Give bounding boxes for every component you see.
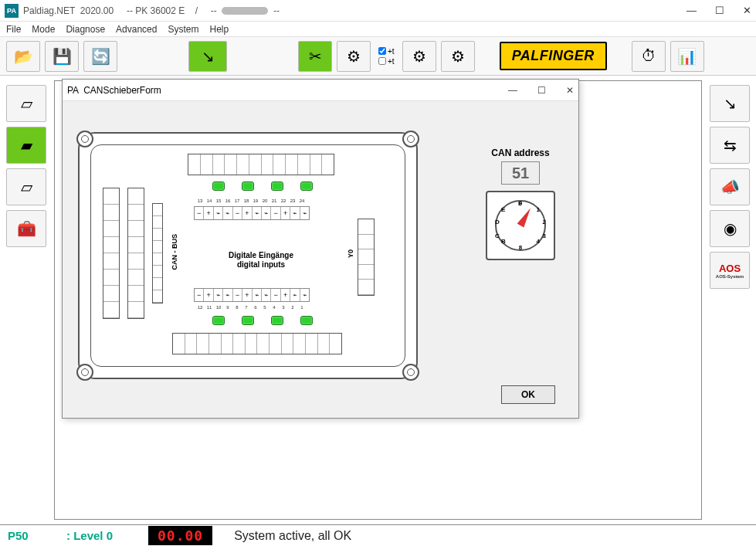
config2-button[interactable]: ⚙: [441, 41, 475, 72]
rotary-mark: 1: [537, 206, 540, 213]
menu-mode[interactable]: Mode: [32, 24, 55, 35]
left-connector-inner: [127, 188, 144, 319]
chk2-label: +t: [388, 57, 395, 66]
gear-pair-button[interactable]: ⚙: [337, 41, 371, 72]
y0-label: Y0: [347, 249, 354, 258]
ok-button[interactable]: OK: [501, 385, 555, 404]
chart-button[interactable]: 📊: [670, 41, 704, 72]
screw-hole-icon: [402, 131, 419, 148]
config2-icon: ⚙: [451, 47, 465, 66]
app-icon: PA: [5, 4, 19, 18]
title-sep4: --: [273, 5, 280, 16]
save-button[interactable]: 💾: [45, 41, 79, 72]
grabber-button[interactable]: ✂: [298, 41, 332, 72]
minimize-button[interactable]: —: [687, 5, 697, 16]
menu-diagnose[interactable]: Diagnose: [66, 24, 105, 35]
module-green-icon: ▰: [21, 136, 32, 154]
left-toolbar: ▱ ▰ ▱ 🧰: [3, 85, 49, 247]
menu-help[interactable]: Help: [209, 24, 229, 35]
chk2-input[interactable]: [378, 57, 386, 65]
wires-button[interactable]: ⇆: [710, 127, 750, 164]
dialog-titlebar[interactable]: PA CANSchieberForm — ☐ ✕: [63, 80, 578, 101]
module-green-button[interactable]: ▰: [6, 127, 46, 164]
app-name: Paldiag.NET: [23, 5, 75, 16]
dialog-maximize-button[interactable]: ☐: [537, 85, 546, 96]
led-icon: [242, 316, 254, 325]
rotary-arrow-icon: [517, 206, 534, 228]
top-symbol-row: −+⌁⌁−+⌁⌁−+⌁⌁: [194, 206, 310, 220]
rotary-mark: 4: [537, 238, 540, 245]
title-sep2: /: [195, 5, 198, 16]
title-sep3: --: [211, 5, 217, 16]
can-address-label: CAN address: [486, 148, 555, 158]
status-p50: P50: [8, 529, 54, 542]
workspace: ▱ ▰ ▱ 🧰 ↘ ⇆ 📣 ◉ AOS AOS-System PA CANSch…: [0, 76, 756, 524]
screw-hole-icon: [76, 131, 93, 148]
window-controls: — ☐ ✕: [687, 5, 751, 16]
refresh-icon: 🔄: [91, 47, 110, 66]
module-yellow-icon: ▱: [21, 94, 32, 113]
rotary-dial: 0 1 2 3 4 8 B C D E F: [495, 200, 546, 251]
dialog-close-button[interactable]: ✕: [566, 85, 574, 96]
bottom-pin-labels: 121110987654321: [195, 305, 307, 310]
close-button[interactable]: ✕: [743, 5, 751, 16]
module-gray-button[interactable]: ▱: [6, 168, 46, 205]
dialog-body: 131415161718192021222324 −+⌁⌁−+⌁⌁−+⌁⌁ Di…: [63, 101, 578, 418]
horn-icon: 📣: [720, 178, 740, 196]
config1-icon: ⚙: [412, 47, 426, 66]
folder-icon: 📂: [14, 47, 33, 66]
title-text: Paldiag.NET 2020.00 -- PK 36002 E / -- -…: [23, 5, 280, 16]
module-yellow-button[interactable]: ▱: [6, 85, 46, 122]
menu-file[interactable]: File: [6, 24, 21, 35]
can-schieber-dialog: PA CANSchieberForm — ☐ ✕: [62, 79, 579, 419]
title-redacted: [222, 7, 268, 15]
center-label: Digitale Eingänge digital inputs: [215, 251, 307, 270]
dialog-app-icon: PA: [67, 85, 79, 96]
status-message: System active, all OK: [234, 529, 351, 543]
crane-arm-button[interactable]: ↘: [188, 41, 227, 72]
rotary-mark: 2: [543, 219, 546, 226]
wires-icon: ⇆: [724, 136, 737, 154]
screw-hole-icon: [76, 364, 93, 381]
probe-button[interactable]: ↘: [710, 85, 750, 122]
center-label-de: Digitale Eingänge: [215, 251, 307, 260]
canbus-label: CAN - BUS: [171, 234, 178, 270]
timer-button[interactable]: ⏱: [632, 41, 666, 72]
menu-advanced[interactable]: Advanced: [116, 24, 157, 35]
title-sep: --: [127, 5, 133, 16]
open-button[interactable]: 📂: [6, 41, 40, 72]
top-led-row: [212, 181, 313, 191]
chk1-label: +t: [388, 47, 395, 56]
rotary-mark: F: [518, 200, 522, 207]
stopwatch-icon: ⏱: [641, 47, 656, 65]
dialog-minimize-button[interactable]: —: [508, 85, 517, 96]
title-model: PK 36002 E: [135, 5, 185, 16]
winch-icon: ◉: [724, 219, 737, 238]
chk-plus-t-2[interactable]: +t: [378, 57, 395, 66]
menu-system[interactable]: System: [168, 24, 198, 35]
statusbar: P50 : Level 0 00.00 System active, all O…: [0, 524, 756, 546]
pcb-board: 131415161718192021222324 −+⌁⌁−+⌁⌁−+⌁⌁ Di…: [78, 132, 418, 379]
toolbox-button[interactable]: 🧰: [6, 210, 46, 247]
refresh-button[interactable]: 🔄: [83, 41, 117, 72]
can-address-value: 51: [501, 161, 540, 185]
probe-icon: ↘: [724, 94, 737, 113]
chart-icon: 📊: [677, 47, 697, 66]
rotary-mark: 3: [543, 232, 546, 239]
chk-plus-t-1[interactable]: +t: [378, 47, 395, 56]
app-version: 2020.00: [80, 5, 114, 16]
aos-button[interactable]: AOS AOS-System: [710, 252, 750, 289]
config1-button[interactable]: ⚙: [402, 41, 436, 72]
dialog-title: CANSchieberForm: [83, 85, 161, 96]
rotary-switch[interactable]: 0 1 2 3 4 8 B C D E F: [486, 191, 555, 260]
winch-button[interactable]: ◉: [710, 210, 750, 247]
disk-icon: 💾: [53, 47, 72, 66]
bottom-symbol-row: −+⌁⌁−+⌁⌁−+⌁⌁: [194, 288, 310, 302]
led-icon: [242, 181, 254, 191]
maximize-button[interactable]: ☐: [715, 5, 724, 16]
rotary-mark: E: [501, 206, 505, 213]
led-icon: [300, 181, 313, 191]
horn-button[interactable]: 📣: [710, 168, 750, 205]
brand-badge: PALFINGER: [500, 42, 607, 70]
chk1-input[interactable]: [378, 47, 386, 55]
